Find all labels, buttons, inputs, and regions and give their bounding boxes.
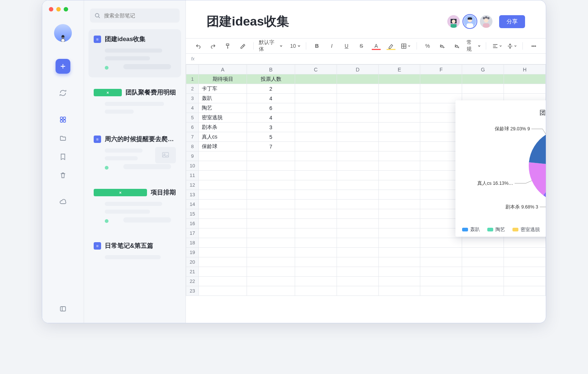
- cell[interactable]: [295, 103, 337, 113]
- cell[interactable]: [295, 219, 337, 228]
- cell[interactable]: [378, 267, 420, 277]
- search-input[interactable]: [90, 9, 180, 23]
- cell[interactable]: [504, 267, 546, 277]
- column-header[interactable]: A: [199, 65, 247, 74]
- cell[interactable]: [420, 267, 462, 277]
- cell[interactable]: [247, 180, 295, 190]
- borders-button[interactable]: [399, 41, 413, 51]
- cell[interactable]: [420, 277, 462, 286]
- cell[interactable]: [247, 219, 295, 228]
- cell[interactable]: [247, 286, 295, 296]
- cell[interactable]: 7: [247, 142, 295, 151]
- row-header[interactable]: 13: [186, 190, 199, 200]
- cell[interactable]: [462, 277, 504, 286]
- cell[interactable]: [504, 74, 546, 84]
- row-header[interactable]: 18: [186, 238, 199, 248]
- cell[interactable]: [337, 103, 378, 113]
- row-header[interactable]: 23: [186, 286, 199, 296]
- more-button[interactable]: [527, 41, 541, 51]
- cell[interactable]: [378, 132, 420, 142]
- cell[interactable]: [295, 171, 337, 180]
- row-header[interactable]: 17: [186, 228, 199, 238]
- row-header[interactable]: 6: [186, 123, 199, 132]
- row-header[interactable]: 8: [186, 142, 199, 151]
- share-button[interactable]: 分享: [499, 15, 525, 28]
- legend-item[interactable]: 密室逃脱: [512, 226, 540, 233]
- cell[interactable]: [378, 142, 420, 151]
- cell[interactable]: [295, 286, 337, 296]
- collapse-sidebar-icon[interactable]: [56, 301, 70, 316]
- row-header[interactable]: 2: [186, 84, 199, 94]
- note-item[interactable]: ≡ 周六的时候提醒要去爬…: [88, 129, 181, 177]
- cell[interactable]: [295, 161, 337, 171]
- cell[interactable]: [199, 200, 247, 209]
- cell[interactable]: [337, 113, 378, 123]
- cell[interactable]: 4: [247, 94, 295, 103]
- cell[interactable]: [420, 74, 462, 84]
- underline-button[interactable]: U: [340, 41, 354, 51]
- cell[interactable]: [199, 209, 247, 219]
- cell[interactable]: [462, 84, 504, 94]
- valign-button[interactable]: [505, 41, 519, 51]
- cell[interactable]: [199, 171, 247, 180]
- apps-icon[interactable]: [56, 112, 70, 127]
- cell[interactable]: [199, 190, 247, 200]
- cell[interactable]: [378, 257, 420, 267]
- font-color-button[interactable]: A: [369, 41, 383, 51]
- cell[interactable]: [504, 286, 546, 296]
- cell[interactable]: [462, 74, 504, 84]
- cell[interactable]: [337, 142, 378, 151]
- cell[interactable]: [378, 286, 420, 296]
- cell[interactable]: [295, 190, 337, 200]
- bold-button[interactable]: B: [310, 41, 324, 51]
- clear-format-button[interactable]: [235, 41, 250, 51]
- font-family-select[interactable]: 默认字体: [257, 39, 284, 53]
- cell[interactable]: [337, 151, 378, 161]
- cell[interactable]: 剧本杀: [199, 123, 247, 132]
- cell[interactable]: [378, 151, 420, 161]
- cell[interactable]: [247, 238, 295, 248]
- bookmark-icon[interactable]: [56, 149, 70, 164]
- cell[interactable]: 2: [247, 84, 295, 94]
- trash-icon[interactable]: [56, 168, 70, 183]
- cell[interactable]: [199, 267, 247, 277]
- cell[interactable]: [295, 200, 337, 209]
- note-item[interactable]: ≡ 团建ideas收集: [88, 29, 181, 77]
- cell[interactable]: [247, 190, 295, 200]
- number-format-select[interactable]: 常规: [465, 39, 482, 53]
- cell[interactable]: [420, 257, 462, 267]
- note-item[interactable]: × 项目排期: [88, 183, 181, 231]
- cloud-icon[interactable]: [56, 194, 70, 209]
- align-button[interactable]: [490, 41, 504, 51]
- cell[interactable]: [337, 200, 378, 209]
- cell[interactable]: [337, 180, 378, 190]
- chart-card[interactable]: 团建ideas收集统计 轰趴 12.9% 4陶艺 19.36% 6密室逃脱 12…: [455, 100, 546, 237]
- cell[interactable]: [247, 209, 295, 219]
- formula-bar[interactable]: fx: [186, 54, 546, 64]
- cell[interactable]: [420, 286, 462, 296]
- cell[interactable]: [378, 248, 420, 257]
- row-header[interactable]: 11: [186, 171, 199, 180]
- cell[interactable]: [378, 238, 420, 248]
- cell[interactable]: [295, 123, 337, 132]
- font-size-select[interactable]: 10: [288, 43, 302, 49]
- cell[interactable]: 投票人数: [247, 74, 295, 84]
- cell[interactable]: [378, 161, 420, 171]
- column-header[interactable]: E: [378, 65, 420, 74]
- row-header[interactable]: 4: [186, 103, 199, 113]
- cell[interactable]: [378, 209, 420, 219]
- undo-button[interactable]: [191, 41, 205, 51]
- cell[interactable]: [337, 267, 378, 277]
- row-header[interactable]: 15: [186, 209, 199, 219]
- minimize-icon[interactable]: [56, 7, 61, 11]
- row-header[interactable]: 19: [186, 248, 199, 257]
- cell[interactable]: [420, 248, 462, 257]
- cell[interactable]: [295, 228, 337, 238]
- cell[interactable]: [337, 161, 378, 171]
- column-header[interactable]: H: [504, 65, 546, 74]
- cell[interactable]: [295, 113, 337, 123]
- cell[interactable]: 3: [247, 123, 295, 132]
- cell[interactable]: [247, 257, 295, 267]
- cell[interactable]: [295, 257, 337, 267]
- decrease-decimal-button[interactable]: [450, 41, 464, 51]
